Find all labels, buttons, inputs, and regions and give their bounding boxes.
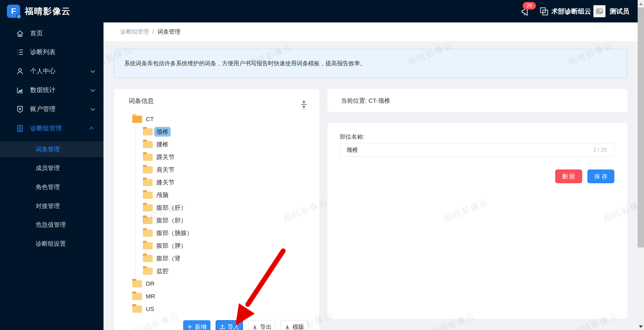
tree-node-abdomen-gallbladder[interactable]: 腹部（胆） [114, 215, 319, 226]
tree-node-label: CT [146, 116, 154, 123]
delete-button[interactable]: 删 除 [555, 169, 582, 183]
tree-node-label: MR [146, 293, 155, 300]
part-name-value: 颈椎 [346, 146, 358, 154]
template-button-label: 模版 [293, 323, 304, 330]
tree-node-label: 腰椎 [156, 140, 168, 148]
chevron-up-icon [89, 127, 94, 131]
tree-node-brain[interactable]: 颅脑 [114, 189, 319, 201]
tree-node-label: 盆腔 [156, 267, 168, 275]
app-logo[interactable]: F 福晴影像云 [7, 5, 71, 18]
home-icon [16, 30, 24, 37]
folder-icon [143, 192, 153, 199]
notification-badge: 29 [523, 2, 536, 9]
term-info-panel: 词条信息 CT 颈椎 腰椎 踝关节 肩关节 膝关节 [114, 89, 319, 330]
tree-actions: 新增 导入 导出 模版 [183, 320, 308, 330]
sidebar-item-home[interactable]: 首页 [0, 24, 103, 43]
document-icon [16, 125, 24, 132]
folder-icon [132, 306, 142, 313]
tree-node-label: 踝关节 [156, 153, 175, 161]
tree-node-shoulder[interactable]: 肩关节 [114, 164, 319, 176]
sidebar-subitem-label: 危急值管理 [36, 221, 66, 229]
tree-node-label: 腹部（胆） [156, 216, 187, 224]
tree-node-us[interactable]: US [114, 303, 319, 315]
sidebar-subitem-critical-value-management[interactable]: 危急值管理 [0, 217, 103, 232]
export-button-label: 导出 [260, 323, 272, 330]
tree-node-abdomen-pancreas[interactable]: 腹部（胰腺） [114, 227, 319, 239]
sidebar-subitem-label: 角色管理 [36, 183, 60, 191]
tree-node-abdomen-kidney[interactable]: 腹部（肾 [114, 253, 319, 264]
tree-node-ankle[interactable]: 踝关节 [114, 151, 319, 163]
vertical-scrollbar [638, 0, 644, 330]
sidebar-subitem-group-settings[interactable]: 诊断组设置 [0, 236, 103, 251]
add-button[interactable]: 新增 [183, 320, 210, 330]
tree-node-knee[interactable]: 膝关节 [114, 177, 319, 188]
collapse-vertical-icon[interactable] [300, 100, 307, 110]
tree-node-pelvis[interactable]: 盆腔 [114, 265, 319, 277]
sidebar-subitem-label: 词条管理 [36, 145, 60, 153]
app-title: 福晴影像云 [25, 5, 71, 17]
tree-node-lumbar[interactable]: 腰椎 [114, 139, 319, 150]
template-button[interactable]: 模版 [281, 320, 308, 330]
folder-icon [143, 217, 153, 224]
sidebar-item-personal-center[interactable]: 个人中心 [0, 62, 103, 81]
sidebar-subitem-label: 诊断组设置 [36, 240, 66, 248]
sidebar-item-label: 个人中心 [30, 67, 55, 75]
scrollbar-thumb[interactable] [638, 7, 644, 247]
org-switcher[interactable]: 术部诊断组云 [539, 0, 591, 22]
tree-node-label-selected: 颈椎 [154, 127, 171, 137]
folder-icon [143, 204, 153, 211]
sidebar-subitem-label: 成员管理 [36, 164, 60, 172]
scroll-down-arrow[interactable] [639, 325, 643, 328]
tree-node-mr[interactable]: MR [114, 291, 319, 302]
current-location-text: 当前位置: CT-颈椎 [341, 89, 390, 112]
tree-node-ct[interactable]: CT [114, 113, 319, 125]
sidebar-item-diagnosis-group[interactable]: 诊断组管理 [0, 119, 103, 138]
breadcrumb-parent[interactable]: 诊断组管理 [120, 28, 149, 36]
part-name-label: 部位名称: [340, 133, 365, 141]
chevron-down-icon [91, 106, 95, 111]
export-button[interactable]: 导出 [248, 320, 275, 330]
info-banner: 系统词条库包括许多系统维护的词条，方便用户书写报告时快速使用词条模板，提高报告效… [114, 49, 627, 78]
tree-node-label: 腹部（胰腺） [156, 229, 193, 237]
sidebar: 首页 诊断列表 个人中心 数据统计 账户管理 [0, 22, 103, 330]
tree-node-abdomen-spleen[interactable]: 腹部（脾） [114, 240, 319, 251]
chevron-down-icon [91, 68, 95, 73]
sidebar-item-label: 首页 [30, 29, 43, 38]
folder-icon [132, 280, 142, 287]
sidebar-item-diagnosis-list[interactable]: 诊断列表 [0, 43, 103, 62]
user-icon [16, 67, 24, 75]
sidebar-item-label: 诊断列表 [30, 48, 55, 56]
tree-node-label: 膝关节 [156, 178, 175, 186]
breadcrumb-separator: / [152, 28, 154, 35]
delete-button-label: 删 除 [562, 173, 575, 180]
tree-node-cervical-selected[interactable]: 颈椎 [114, 126, 319, 138]
folder-icon [143, 255, 153, 262]
app-logo-icon: F [7, 5, 20, 18]
scroll-up-arrow[interactable] [639, 3, 643, 5]
top-header: F 福晴影像云 29 术部诊断组云 测 [0, 0, 644, 22]
tree-node-dr[interactable]: DR [114, 278, 319, 289]
part-name-input[interactable]: 颈椎 2 / 20 [340, 143, 615, 157]
sidebar-item-label: 数据统计 [30, 86, 55, 94]
download-icon [252, 324, 258, 330]
user-menu[interactable]: 测试员 [593, 0, 629, 22]
tree-node-abdomen-liver[interactable]: 腹部（肝） [114, 202, 319, 213]
folder-icon [143, 141, 153, 148]
import-button[interactable]: 导入 [216, 320, 243, 330]
sidebar-subitem-member-management[interactable]: 成员管理 [0, 160, 103, 176]
sidebar-subitem-role-management[interactable]: 角色管理 [0, 179, 103, 195]
tree-node-label: US [146, 306, 154, 312]
sidebar-item-account[interactable]: 账户管理 [0, 100, 103, 119]
sidebar-subitem-integration-management[interactable]: 对接管理 [0, 198, 103, 214]
breadcrumb: 诊断组管理 / 词条管理 [103, 22, 638, 41]
user-name: 测试员 [610, 7, 629, 16]
char-counter: 2 / 20 [593, 147, 607, 153]
add-button-label: 新增 [195, 323, 206, 330]
save-button[interactable]: 保 存 [587, 169, 614, 183]
save-button-label: 保 存 [594, 173, 607, 180]
chart-icon [16, 86, 24, 94]
sidebar-item-statistics[interactable]: 数据统计 [0, 81, 103, 100]
sidebar-subitem-term-management[interactable]: 词条管理 [0, 142, 103, 157]
app-window: F 福晴影像云 29 术部诊断组云 测 [0, 0, 644, 330]
folder-icon [143, 242, 153, 249]
